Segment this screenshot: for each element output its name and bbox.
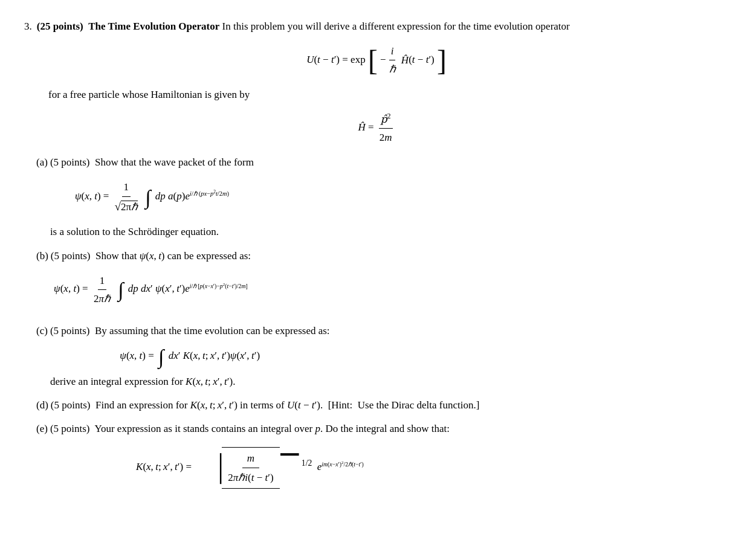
part-a-label: (a)	[24, 154, 48, 170]
part-c-followup: derive an integral expression for K(x, t…	[50, 373, 330, 390]
part-b-label: (b)	[24, 248, 48, 264]
ute-equation: U(t − t′) = exp [ −iℏ Ĥ (t − t′) ]	[24, 43, 729, 77]
part-c-content: (5 points) By assuming that the time evo…	[50, 323, 330, 390]
problem-points: (25 points) The Time Evolution Operator …	[37, 18, 570, 34]
part-b: (b) (5 points) Show that ψ(x, t) can be …	[24, 248, 729, 316]
problem-container: 3. (25 points) The Time Evolution Operat…	[24, 18, 729, 497]
part-d: (d) (5 points) Find an expression for K(…	[24, 397, 729, 413]
hamiltonian-equation: Ĥ = p̂22m	[24, 111, 729, 146]
K-final-equation: K(x, t; x′, t′) = ⎹ m 2πℏi(t − t′) ⎺ 1/2…	[50, 447, 450, 489]
hamiltonian-math: Ĥ = p̂22m	[358, 121, 395, 133]
K-final-math: K(x, t; x′, t′) = ⎹ m 2πℏi(t − t′) ⎺ 1/2…	[136, 461, 364, 472]
part-c-label: (c)	[24, 323, 48, 339]
part-a-content: (5 points) Show that the wave packet of …	[50, 154, 254, 240]
psi-math-c: ψ(x, t) = ∫ dx′ K(x, t; x′, t′)ψ(x′, t′)	[120, 350, 260, 361]
part-b-content: (5 points) Show that ψ(x, t) can be expr…	[51, 248, 251, 316]
part-a-followup: is a solution to the Schrödinger equatio…	[50, 224, 254, 240]
part-d-content: (5 points) Find an expression for K(x, t…	[51, 397, 479, 413]
part-d-label: (d)	[24, 397, 48, 413]
part-a: (a) (5 points) Show that the wave packet…	[24, 154, 729, 240]
psi-equation-a: ψ(x, t) = 1√2πℏ ∫ dp a(p)ei/ℏ (px−p2t/2m…	[50, 179, 254, 215]
psi-math-b: ψ(x, t) = 12πℏ ∫ dp dx′ ψ(x′, t′)ei/ℏ [p…	[54, 283, 248, 294]
psi-equation-b: ψ(x, t) = 12πℏ ∫ dp dx′ ψ(x′, t′)ei/ℏ [p…	[51, 272, 251, 307]
part-e: (e) (5 points) Your expression as it sta…	[24, 420, 729, 497]
problem-number: 3.	[24, 18, 32, 34]
free-particle-text: for a free particle whose Hamiltonian is…	[48, 86, 729, 103]
problem-header: 3. (25 points) The Time Evolution Operat…	[24, 18, 729, 34]
ute-math: U(t − t′) = exp [ −iℏ Ĥ (t − t′) ]	[306, 54, 447, 65]
psi-equation-c: ψ(x, t) = ∫ dx′ K(x, t; x′, t′)ψ(x′, t′)	[50, 347, 330, 365]
psi-math-a: ψ(x, t) = 1√2πℏ ∫ dp a(p)ei/ℏ (px−p2t/2m…	[75, 190, 229, 202]
part-e-content: (5 points) Your expression as it stands …	[50, 420, 450, 497]
part-e-label: (e)	[24, 420, 48, 437]
part-c: (c) (5 points) By assuming that the time…	[24, 323, 729, 390]
